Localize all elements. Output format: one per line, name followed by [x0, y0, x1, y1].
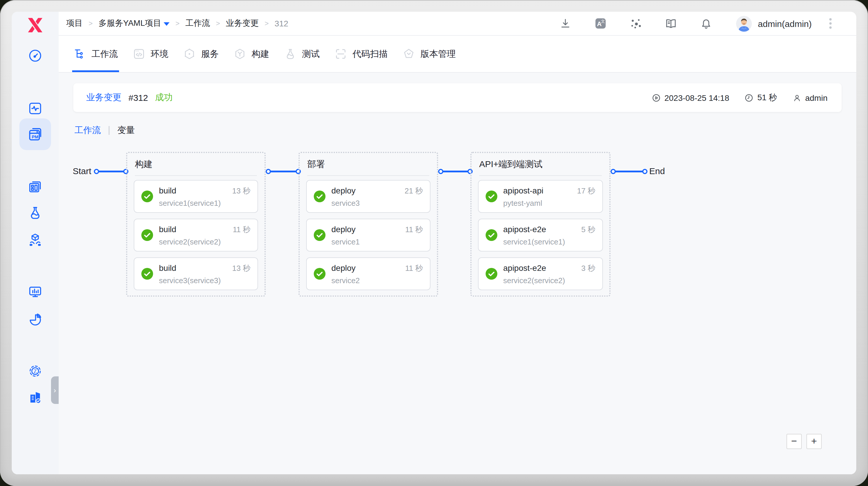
clock-icon: [745, 93, 754, 102]
sidebar-item-delivery[interactable]: [28, 232, 43, 248]
job-name: deploy: [331, 263, 356, 272]
success-check-icon: [486, 268, 497, 280]
job-duration: 13 秒: [232, 186, 250, 196]
user-menu[interactable]: admin(admin): [758, 19, 812, 28]
sidebar-item-settings[interactable]: Z: [28, 363, 43, 379]
operator-value: admin: [805, 93, 828, 102]
notifications-button[interactable]: [700, 17, 713, 30]
tab-tests[interactable]: 测试: [284, 36, 320, 72]
avatar-image: [736, 15, 752, 31]
run-status-bar: 业务变更 #312 成功 2023-08-25 14:18 51 秒: [73, 83, 842, 112]
tab-label: 测试: [302, 48, 320, 60]
start-time-value: 2023-08-25 14:18: [664, 93, 729, 102]
delivery-package-icon: [28, 232, 43, 248]
project-tabbar: 工作流 环境 服务 构建: [59, 36, 856, 73]
stage-title: API+端到端测试: [479, 159, 602, 176]
version-shield-icon: [402, 47, 415, 60]
stage-jobs: deploy21 秒 service3 deploy11 秒 service1: [300, 176, 437, 290]
stage-api-e2e-test: API+端到端测试 apipost-api17 秒 pytest-yaml: [470, 152, 611, 297]
workflow-tree-icon: [73, 47, 86, 60]
window-frame: PM: [0, 0, 868, 486]
tab-label: 工作流: [92, 48, 118, 60]
workflow-run-content: 业务变更 #312 成功 2023-08-25 14:18 51 秒: [59, 73, 856, 474]
service-hexagon-icon: [183, 47, 196, 60]
duration-value: 51 秒: [757, 92, 777, 103]
stage-deploy: 部署 deploy21 秒 service3 depl: [299, 152, 438, 297]
job-name: apipost-e2e: [503, 224, 546, 234]
sidebar-item-tests[interactable]: [28, 205, 43, 220]
connector-start: [96, 171, 126, 172]
zoom-in-button[interactable]: +: [806, 434, 822, 449]
tab-services[interactable]: 服务: [183, 36, 219, 72]
job-duration: 11 秒: [233, 224, 250, 235]
tab-environments[interactable]: 环境: [132, 36, 168, 72]
bell-icon: [700, 17, 713, 30]
sidebar-item-dashboard[interactable]: [28, 48, 43, 63]
build-hexagon-icon: [234, 47, 246, 60]
tab-builds[interactable]: 构建: [234, 36, 269, 72]
zoom-out-button[interactable]: −: [786, 434, 802, 449]
success-check-icon: [486, 229, 497, 241]
job-target: service1(service1): [503, 237, 595, 246]
more-menu-button[interactable]: [827, 16, 834, 31]
job-name: apipost-e2e: [503, 263, 546, 272]
breadcrumb-workflows[interactable]: 工作流: [185, 18, 210, 29]
chevron-down-icon[interactable]: [164, 22, 169, 26]
job-duration: 11 秒: [405, 263, 423, 273]
sidebar-item-ops[interactable]: [28, 284, 43, 299]
connector-end: [613, 171, 645, 172]
download-button[interactable]: [559, 17, 572, 30]
main-area: 项目 > 多服务YAML项目 > 工作流 > 业务变更 > 312: [59, 12, 856, 474]
job-target: service3: [331, 198, 423, 207]
success-check-icon: [141, 229, 153, 241]
job-target: service1: [331, 237, 423, 246]
pm-label: PM: [32, 134, 38, 139]
tab-releases[interactable]: 版本管理: [402, 36, 456, 72]
job-card[interactable]: build13 秒 service1(service1): [134, 180, 258, 213]
job-target: pytest-yaml: [503, 198, 595, 207]
breadcrumb-run-id: 312: [275, 19, 288, 28]
sidebar-item-insight[interactable]: [28, 101, 43, 116]
zadig-logo[interactable]: [27, 18, 43, 32]
project-name-label: 多服务YAML项目: [98, 18, 161, 28]
breadcrumb-projects[interactable]: 项目: [66, 18, 83, 29]
tests-flask-icon: [28, 205, 43, 220]
cluster-button[interactable]: [629, 17, 643, 30]
job-card[interactable]: build13 秒 service3(service3): [134, 257, 258, 290]
view-tab-variables[interactable]: 变量: [117, 125, 135, 136]
job-target: service2: [331, 276, 423, 285]
docs-button[interactable]: [665, 17, 678, 30]
job-card[interactable]: deploy21 秒 service3: [306, 180, 431, 213]
tab-label: 代码扫描: [352, 48, 388, 60]
tab-code-scan[interactable]: 代码扫描: [334, 36, 388, 72]
view-tabs: 工作流 变量: [74, 125, 135, 136]
view-tab-workflow[interactable]: 工作流: [74, 125, 101, 136]
user-icon: [792, 93, 802, 102]
sidebar-item-stats[interactable]: [28, 312, 43, 327]
job-card[interactable]: apipost-e2e5 秒 service1(service1): [478, 219, 603, 252]
sidebar-collapse-handle[interactable]: ›: [51, 376, 59, 404]
sidebar-item-projects[interactable]: PM: [19, 119, 51, 150]
tab-workflows[interactable]: 工作流: [73, 36, 118, 72]
job-card[interactable]: build11 秒 service2(service2): [134, 219, 258, 252]
breadcrumb-workflow-name[interactable]: 业务变更: [226, 18, 259, 29]
job-card[interactable]: apipost-api17 秒 pytest-yaml: [478, 180, 603, 213]
success-check-icon: [141, 268, 153, 280]
job-duration: 21 秒: [405, 186, 423, 196]
tab-label: 构建: [252, 48, 269, 60]
workflow-name-link[interactable]: 业务变更: [86, 92, 121, 103]
job-card[interactable]: deploy11 秒 service1: [306, 219, 431, 252]
job-card[interactable]: apipost-e2e3 秒 service2(service2): [478, 257, 603, 290]
breadcrumb-project-name[interactable]: 多服务YAML项目: [98, 18, 169, 29]
avatar[interactable]: [736, 15, 752, 31]
download-icon: [559, 17, 572, 30]
job-name: apipost-api: [503, 186, 544, 195]
cluster-icon: [629, 17, 643, 30]
job-card[interactable]: deploy11 秒 service2: [306, 257, 431, 290]
projects-pm-icon: PM: [27, 126, 43, 142]
insight-monitor-icon: [28, 101, 43, 116]
sidebar-item-templates[interactable]: [28, 180, 43, 195]
breadcrumb-separator: >: [89, 19, 93, 28]
translate-button[interactable]: A 文: [594, 17, 607, 30]
sidebar-item-enterprise[interactable]: [28, 390, 43, 405]
